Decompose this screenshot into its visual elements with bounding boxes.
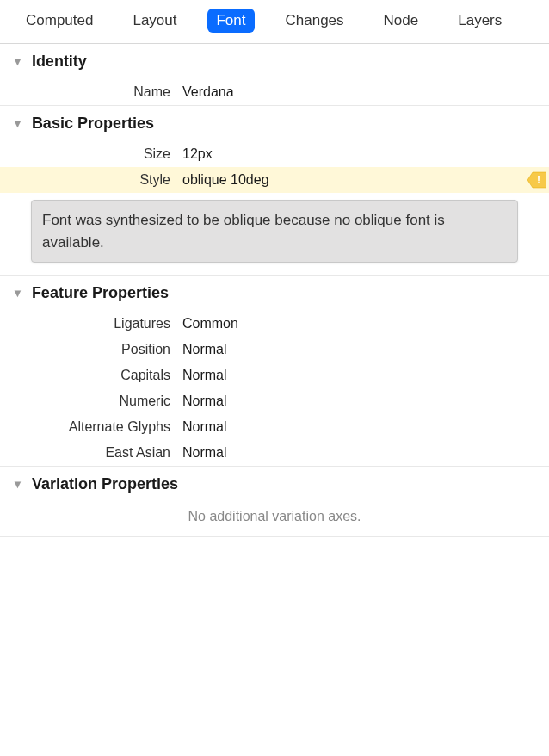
warning-tooltip: Font was synthesized to be oblique becau… [31, 200, 518, 263]
tab-node[interactable]: Node [375, 9, 428, 33]
section-basic-header[interactable]: ▼ Basic Properties [0, 106, 549, 141]
section-identity: ▼ Identity Name Verdana [0, 44, 549, 106]
section-basic: ▼ Basic Properties Size 12px Style obliq… [0, 106, 549, 276]
row-ligatures: Ligatures Common [0, 311, 549, 337]
tab-font[interactable]: Font [207, 9, 254, 33]
value-size[interactable]: 12px [182, 146, 549, 162]
disclosure-triangle-icon: ▼ [12, 287, 23, 300]
label-size: Size [0, 146, 182, 162]
value-position[interactable]: Normal [182, 342, 549, 357]
row-alternate-glyphs: Alternate Glyphs Normal [0, 414, 549, 440]
section-variation-header[interactable]: ▼ Variation Properties [0, 467, 549, 502]
value-east-asian[interactable]: Normal [182, 445, 549, 461]
section-feature-header[interactable]: ▼ Feature Properties [0, 276, 549, 311]
value-style[interactable]: oblique 10deg [182, 172, 549, 188]
row-numeric: Numeric Normal [0, 388, 549, 414]
warning-icon: ! [527, 171, 546, 189]
value-ligatures[interactable]: Common [182, 316, 549, 332]
row-size: Size 12px [0, 141, 549, 167]
section-title: Identity [32, 53, 87, 71]
section-title: Basic Properties [32, 115, 154, 133]
disclosure-triangle-icon: ▼ [12, 478, 23, 491]
value-alternate-glyphs[interactable]: Normal [182, 419, 549, 435]
row-style: Style oblique 10deg ! [0, 167, 549, 193]
disclosure-triangle-icon: ▼ [12, 55, 23, 68]
section-title: Variation Properties [32, 475, 178, 493]
svg-text:!: ! [537, 174, 540, 186]
value-capitals[interactable]: Normal [182, 368, 549, 383]
label-name: Name [0, 84, 182, 100]
variation-empty-state: No additional variation axes. [0, 502, 549, 536]
section-title: Feature Properties [32, 284, 169, 302]
tab-layers[interactable]: Layers [449, 9, 510, 33]
warning-badge[interactable]: ! [525, 169, 549, 191]
label-position: Position [0, 342, 182, 357]
disclosure-triangle-icon: ▼ [12, 117, 23, 130]
row-position: Position Normal [0, 337, 549, 363]
value-numeric[interactable]: Normal [182, 393, 549, 409]
value-name[interactable]: Verdana [182, 84, 549, 100]
section-identity-header[interactable]: ▼ Identity [0, 44, 549, 79]
tab-computed[interactable]: Computed [17, 9, 102, 33]
label-alternate-glyphs: Alternate Glyphs [0, 419, 182, 435]
section-variation: ▼ Variation Properties No additional var… [0, 467, 549, 537]
row-capitals: Capitals Normal [0, 363, 549, 388]
tabs-bar: Computed Layout Font Changes Node Layers [0, 0, 549, 44]
section-feature: ▼ Feature Properties Ligatures Common Po… [0, 276, 549, 467]
label-numeric: Numeric [0, 393, 182, 409]
row-east-asian: East Asian Normal [0, 440, 549, 466]
tab-changes[interactable]: Changes [277, 9, 353, 33]
label-east-asian: East Asian [0, 445, 182, 461]
label-style: Style [0, 172, 182, 188]
row-name: Name Verdana [0, 79, 549, 105]
label-capitals: Capitals [0, 368, 182, 383]
label-ligatures: Ligatures [0, 316, 182, 332]
tab-layout[interactable]: Layout [124, 9, 185, 33]
